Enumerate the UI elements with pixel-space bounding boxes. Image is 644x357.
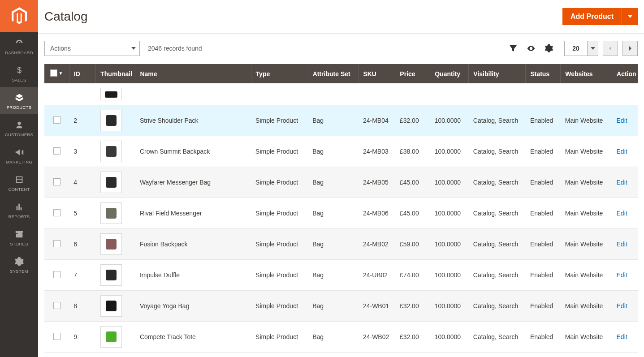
- row-checkbox[interactable]: [53, 209, 61, 216]
- cell-name: Compete Track Tote: [135, 322, 251, 353]
- cell-sku: 24-MB03: [359, 136, 395, 167]
- edit-link[interactable]: Edit: [617, 179, 627, 186]
- column-name[interactable]: Name: [135, 64, 251, 83]
- edit-link[interactable]: Edit: [617, 210, 627, 217]
- cell-attribute-set: Bag: [308, 105, 359, 136]
- sidebar-item-customers[interactable]: CUSTOMERS: [0, 114, 38, 142]
- svg-rect-4: [106, 177, 117, 188]
- magento-logo[interactable]: [0, 0, 38, 32]
- cell-id: 6: [69, 229, 95, 260]
- products-grid: ▼ ID↓ Thumbnail Name Type Attribute Set …: [44, 64, 638, 353]
- column-websites[interactable]: Websites: [561, 64, 612, 83]
- filters-button[interactable]: [507, 42, 519, 55]
- column-select-all[interactable]: ▼: [44, 64, 69, 83]
- table-row[interactable]: 7Impulse DuffleSimple ProductBag24-UB02£…: [44, 260, 638, 291]
- cell-name: Strive Shoulder Pack: [135, 105, 251, 136]
- cell-status: Enabled: [526, 291, 561, 322]
- edit-link[interactable]: Edit: [617, 241, 627, 248]
- sidebar-item-system[interactable]: SYSTEM: [0, 251, 38, 278]
- bulk-actions-select[interactable]: Actions: [44, 41, 140, 56]
- add-product-dropdown-toggle[interactable]: [622, 8, 638, 25]
- page-size-select[interactable]: 20: [564, 41, 598, 56]
- sidebar-item-label: PRODUCTS: [7, 105, 32, 110]
- column-quantity[interactable]: Quantity: [430, 64, 469, 83]
- product-thumbnail: [100, 141, 122, 162]
- chevron-left-icon: [608, 46, 613, 51]
- row-checkbox[interactable]: [53, 240, 61, 247]
- records-found-label: 2046 records found: [148, 45, 202, 52]
- row-checkbox[interactable]: [53, 116, 61, 124]
- cell-name: Fusion Backpack: [135, 229, 251, 260]
- default-view-button[interactable]: [525, 42, 537, 55]
- table-row[interactable]: 6Fusion BackpackSimple ProductBag24-MB02…: [44, 229, 638, 260]
- sidebar-item-stores[interactable]: STORES: [0, 224, 38, 251]
- cell-attribute-set: Bag: [308, 198, 359, 229]
- column-type[interactable]: Type: [251, 64, 308, 83]
- sidebar-item-content[interactable]: CONTENT: [0, 169, 38, 196]
- filter-icon: [509, 44, 518, 53]
- column-id[interactable]: ID↓: [69, 64, 95, 83]
- next-page-button[interactable]: [622, 41, 638, 56]
- edit-link[interactable]: Edit: [617, 148, 627, 155]
- edit-link[interactable]: Edit: [617, 333, 627, 340]
- add-product-control: Add Product: [562, 8, 638, 25]
- table-row[interactable]: 4Wayfarer Messenger BagSimple ProductBag…: [44, 167, 638, 198]
- column-visibility[interactable]: Visibility: [469, 64, 526, 83]
- table-row[interactable]: [44, 83, 638, 105]
- sidebar-item-label: SALES: [12, 77, 26, 82]
- cell-name: Crown Summit Backpack: [135, 136, 251, 167]
- cell-quantity: 100.0000: [430, 291, 469, 322]
- cell-type: Simple Product: [251, 105, 308, 136]
- cell-attribute-set: Bag: [308, 136, 359, 167]
- row-checkbox[interactable]: [53, 333, 61, 340]
- cell-quantity: 100.0000: [430, 198, 469, 229]
- page-size-value[interactable]: 20: [564, 41, 588, 56]
- bulk-actions-toggle[interactable]: [127, 41, 140, 56]
- row-checkbox[interactable]: [53, 178, 61, 185]
- edit-link[interactable]: Edit: [617, 117, 627, 124]
- add-product-button[interactable]: Add Product: [562, 8, 622, 25]
- prev-page-button[interactable]: [603, 41, 618, 56]
- column-attribute-set[interactable]: Attribute Set: [308, 64, 359, 83]
- page-title: Catalog: [44, 9, 88, 24]
- table-row[interactable]: 8Voyage Yoga BagSimple ProductBag24-WB01…: [44, 291, 638, 322]
- sidebar-item-products[interactable]: PRODUCTS: [0, 87, 38, 114]
- column-price[interactable]: Price: [395, 64, 430, 83]
- page-size-toggle[interactable]: [588, 41, 598, 56]
- sidebar-item-reports[interactable]: REPORTS: [0, 196, 38, 224]
- sidebar-item-marketing[interactable]: MARKETING: [0, 142, 38, 169]
- row-checkbox[interactable]: [53, 147, 61, 155]
- sidebar-item-sales[interactable]: $SALES: [0, 60, 38, 87]
- sidebar-item-dashboard[interactable]: DASHBOARD: [0, 32, 38, 60]
- cell-price: £74.00: [395, 260, 430, 291]
- svg-rect-1: [105, 91, 117, 98]
- bulk-actions-label[interactable]: Actions: [44, 41, 127, 56]
- columns-button[interactable]: [543, 42, 555, 55]
- column-status[interactable]: Status: [526, 64, 561, 83]
- cell-id: 5: [69, 198, 95, 229]
- sidebar-item-label: MARKETING: [6, 159, 32, 164]
- cell-sku: 24-MB04: [359, 105, 395, 136]
- cell-websites: Main Website: [561, 167, 612, 198]
- sidebar-item-label: CONTENT: [8, 187, 30, 192]
- table-row[interactable]: 9Compete Track ToteSimple ProductBag24-W…: [44, 322, 638, 353]
- table-row[interactable]: 3Crown Summit BackpackSimple ProductBag2…: [44, 136, 638, 167]
- select-all-checkbox[interactable]: [50, 69, 57, 77]
- product-thumbnail: [100, 233, 122, 255]
- column-thumbnail[interactable]: Thumbnail: [96, 64, 135, 83]
- row-checkbox[interactable]: [53, 271, 61, 278]
- edit-link[interactable]: Edit: [617, 302, 627, 310]
- svg-rect-8: [106, 301, 117, 311]
- caret-down-icon: [591, 46, 595, 51]
- cell-websites: Main Website: [561, 198, 612, 229]
- row-checkbox[interactable]: [53, 302, 61, 309]
- cell-websites: Main Website: [561, 136, 612, 167]
- table-row[interactable]: 2Strive Shoulder PackSimple ProductBag24…: [44, 105, 638, 136]
- cell-sku: 24-WB01: [359, 291, 395, 322]
- table-row[interactable]: 5Rival Field MessengerSimple ProductBag2…: [44, 198, 638, 229]
- product-thumbnail: [100, 264, 122, 286]
- column-sku[interactable]: SKU: [359, 64, 395, 83]
- edit-link[interactable]: Edit: [617, 271, 627, 279]
- column-action[interactable]: Action: [612, 64, 638, 83]
- svg-rect-9: [106, 331, 117, 342]
